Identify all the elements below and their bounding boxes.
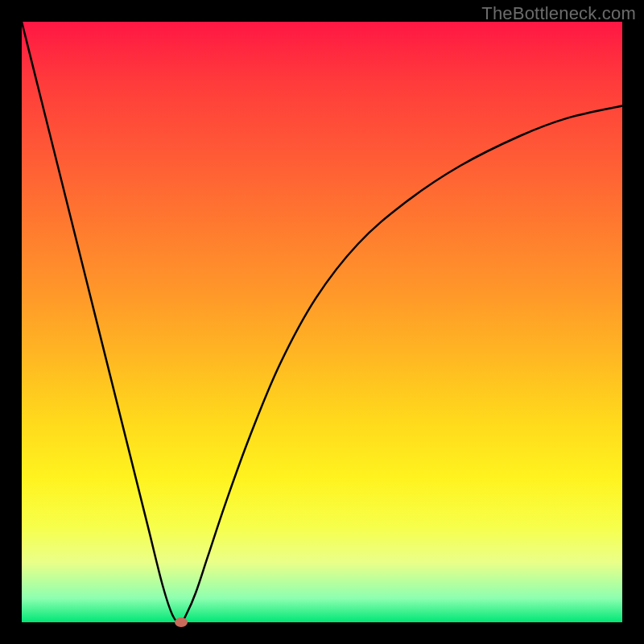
chart-frame: [22, 22, 622, 622]
heat-gradient-background: [22, 22, 622, 622]
minimum-dot: [175, 617, 188, 627]
